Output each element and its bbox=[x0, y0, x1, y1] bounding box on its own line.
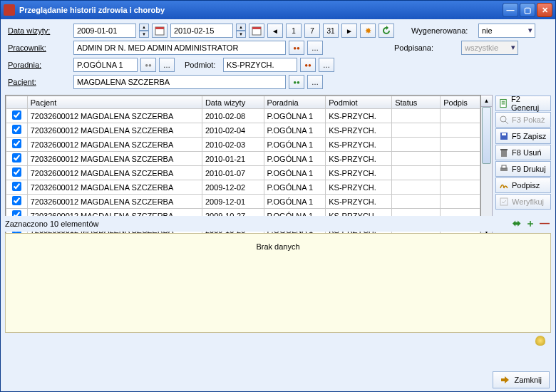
svg-rect-7 bbox=[502, 133, 506, 135]
remove-button[interactable]: — bbox=[538, 217, 551, 230]
table-row[interactable]: 72032600012 MAGDALENA SZCZERBA2010-01-21… bbox=[6, 152, 480, 166]
close-window-button[interactable]: ✕ bbox=[537, 3, 552, 17]
poradnia-more-button[interactable]: … bbox=[159, 58, 175, 72]
cell-podpis bbox=[441, 180, 480, 195]
row-checkbox[interactable] bbox=[12, 125, 21, 134]
date-to-calendar-button[interactable] bbox=[249, 24, 264, 38]
cell-status bbox=[392, 109, 441, 123]
cell-podpis bbox=[441, 123, 480, 138]
zapisz-button[interactable]: F5 Zapisz bbox=[495, 128, 551, 144]
label-podpisana: Podpisana: bbox=[394, 43, 458, 52]
date-from-spinner[interactable]: ▲▼ bbox=[139, 24, 149, 38]
date-from-calendar-button[interactable] bbox=[152, 24, 168, 38]
wygenerowana-select[interactable]: nie bbox=[478, 24, 535, 38]
scroll-thumb[interactable] bbox=[482, 107, 491, 164]
cell-poradnia: P.OGÓLNA 1 bbox=[264, 152, 326, 166]
pracownik-lookup-button[interactable]: ●● bbox=[289, 41, 304, 55]
podmiot-lookup-button[interactable]: ●● bbox=[300, 58, 316, 72]
star-button[interactable]: ✸ bbox=[360, 24, 376, 38]
pacjent-more-button[interactable]: … bbox=[307, 75, 323, 89]
cell-status bbox=[392, 195, 441, 209]
maximize-button[interactable]: ▢ bbox=[520, 3, 535, 17]
table-row[interactable]: 72032600012 MAGDALENA SZCZERBA2010-02-03… bbox=[6, 138, 480, 152]
podmiot-input[interactable] bbox=[223, 58, 297, 72]
range-7-button[interactable]: 7 bbox=[304, 24, 320, 38]
row-checkbox[interactable] bbox=[12, 139, 21, 148]
label-poradnia: Poradnia: bbox=[8, 61, 71, 69]
drukuj-button[interactable]: F9 Drukuj bbox=[495, 161, 551, 177]
refresh-button[interactable] bbox=[379, 24, 394, 38]
pracownik-input[interactable] bbox=[73, 41, 286, 55]
prev-button[interactable]: ◄ bbox=[267, 24, 283, 38]
cell-podmiot: KS-PRZYCH. bbox=[326, 138, 392, 152]
cell-podmiot: KS-PRZYCH. bbox=[326, 152, 392, 166]
cell-status bbox=[392, 166, 441, 180]
table-row[interactable]: 72032600012 MAGDALENA SZCZERBA2009-12-01… bbox=[6, 195, 480, 209]
usun-button[interactable]: F8 Usuń bbox=[495, 145, 551, 160]
cell-poradnia: P.OGÓLNA 1 bbox=[264, 123, 326, 138]
col-checkbox[interactable] bbox=[6, 96, 28, 109]
col-podmiot[interactable]: Podmiot bbox=[326, 96, 392, 109]
close-button[interactable]: Zamknij bbox=[493, 371, 550, 388]
podpisz-button[interactable]: Podpisz bbox=[495, 177, 551, 193]
range-1-button[interactable]: 1 bbox=[286, 24, 302, 38]
row-checkbox[interactable] bbox=[12, 110, 21, 120]
row-checkbox[interactable] bbox=[12, 153, 21, 163]
generuj-button[interactable]: F2 Generuj bbox=[495, 96, 551, 111]
col-pacjent[interactable]: Pacjent bbox=[27, 96, 202, 109]
scroll-up-button[interactable]: ▲ bbox=[481, 96, 492, 107]
add-arrow-button[interactable]: ⬌ bbox=[511, 217, 522, 230]
add-button[interactable]: ＋ bbox=[524, 217, 537, 230]
cell-podpis bbox=[441, 109, 480, 123]
podmiot-more-button[interactable]: … bbox=[319, 58, 334, 72]
pracownik-more-button[interactable]: … bbox=[307, 41, 323, 55]
svg-rect-8 bbox=[501, 150, 507, 157]
cell-pacjent: 72032600012 MAGDALENA SZCZERBA bbox=[27, 195, 202, 209]
svg-rect-12 bbox=[500, 198, 508, 205]
next-button[interactable]: ► bbox=[341, 24, 357, 38]
table-row[interactable]: 72032600012 MAGDALENA SZCZERBA2009-12-02… bbox=[6, 180, 480, 195]
row-checkbox[interactable] bbox=[12, 182, 21, 191]
date-to-spinner[interactable]: ▲▼ bbox=[236, 24, 246, 38]
cell-data: 2009-12-02 bbox=[202, 180, 264, 195]
cell-pacjent: 72032600012 MAGDALENA SZCZERBA bbox=[27, 109, 202, 123]
cell-poradnia: P.OGÓLNA 1 bbox=[264, 180, 326, 195]
table-row[interactable]: 72032600012 MAGDALENA SZCZERBA2010-01-07… bbox=[6, 166, 480, 180]
range-31-button[interactable]: 31 bbox=[323, 24, 339, 38]
cell-podpis bbox=[441, 195, 480, 209]
date-to-input[interactable] bbox=[170, 24, 233, 38]
svg-rect-4 bbox=[500, 99, 506, 107]
table-header-row: Pacjent Data wizyty Poradnia Podmiot Sta… bbox=[6, 96, 480, 109]
detail-panel: Brak danych bbox=[5, 233, 551, 333]
cell-podpis bbox=[441, 152, 480, 166]
cell-status bbox=[392, 123, 441, 138]
footer: Zamknij bbox=[1, 368, 555, 391]
col-podpis[interactable]: Podpis bbox=[441, 96, 480, 109]
selection-count: Zaznaczono 10 elementów bbox=[5, 220, 98, 228]
table-scrollbar[interactable]: ▲ ▼ bbox=[481, 95, 493, 238]
cell-poradnia: P.OGÓLNA 1 bbox=[264, 109, 326, 123]
cell-podpis bbox=[441, 138, 480, 152]
cell-pacjent: 72032600012 MAGDALENA SZCZERBA bbox=[27, 152, 202, 166]
col-status[interactable]: Status bbox=[392, 96, 441, 109]
minimize-button[interactable]: — bbox=[503, 3, 518, 17]
poradnia-input[interactable] bbox=[73, 58, 138, 72]
table-row[interactable]: 72032600012 MAGDALENA SZCZERBA2010-02-04… bbox=[6, 123, 480, 138]
row-checkbox[interactable] bbox=[12, 167, 21, 177]
hint-bulb-icon[interactable] bbox=[535, 336, 545, 346]
cell-status bbox=[392, 152, 441, 166]
cell-podmiot: KS-PRZYCH. bbox=[326, 195, 392, 209]
cell-pacjent: 72032600012 MAGDALENA SZCZERBA bbox=[27, 166, 202, 180]
col-data[interactable]: Data wizyty bbox=[202, 96, 264, 109]
svg-rect-9 bbox=[500, 149, 508, 150]
row-checkbox[interactable] bbox=[12, 196, 21, 205]
date-from-input[interactable] bbox=[73, 24, 136, 38]
pacjent-lookup-button[interactable]: ●● bbox=[289, 75, 304, 89]
pacjent-input[interactable] bbox=[73, 75, 286, 89]
weryfikuj-button: Weryfikuj bbox=[495, 194, 551, 210]
poradnia-lookup-button[interactable]: ●● bbox=[140, 58, 156, 72]
table-row[interactable]: 72032600012 MAGDALENA SZCZERBA2010-02-08… bbox=[6, 109, 480, 123]
col-poradnia[interactable]: Poradnia bbox=[264, 96, 326, 109]
podpisana-select: wszystkie bbox=[461, 41, 518, 55]
status-bar: Zaznaczono 10 elementów ⬌ ＋ — bbox=[1, 216, 555, 232]
